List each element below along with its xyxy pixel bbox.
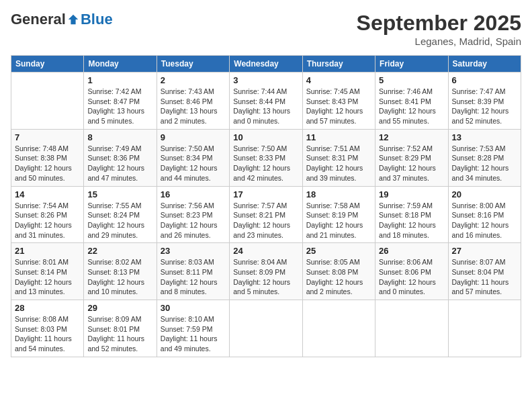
logo-blue: Blue — [81, 11, 113, 28]
day-number: 29 — [87, 303, 152, 313]
calendar-cell: 27Sunrise: 8:07 AMSunset: 8:04 PMDayligh… — [448, 243, 521, 300]
calendar-cell: 4Sunrise: 7:45 AMSunset: 8:43 PMDaylight… — [302, 73, 375, 130]
day-number: 22 — [87, 246, 152, 256]
logo-general: General — [11, 11, 66, 28]
day-info: Sunrise: 8:02 AMSunset: 8:13 PMDaylight:… — [87, 257, 152, 297]
day-info: Sunrise: 8:05 AMSunset: 8:08 PMDaylight:… — [306, 257, 371, 297]
day-info: Sunrise: 7:55 AMSunset: 8:24 PMDaylight:… — [87, 201, 152, 240]
calendar-cell — [448, 300, 521, 357]
calendar-cell: 8Sunrise: 7:49 AMSunset: 8:36 PMDaylight… — [84, 129, 157, 186]
logo: General Blue — [11, 11, 113, 28]
calendar-cell: 23Sunrise: 8:03 AMSunset: 8:11 PMDayligh… — [157, 243, 229, 300]
month-title: September 2025 — [357, 11, 521, 36]
day-info: Sunrise: 7:50 AMSunset: 8:33 PMDaylight:… — [233, 144, 298, 183]
day-info: Sunrise: 7:47 AMSunset: 8:39 PMDaylight:… — [452, 87, 517, 126]
calendar-week-2: 7Sunrise: 7:48 AMSunset: 8:38 PMDaylight… — [11, 129, 521, 186]
day-number: 8 — [87, 132, 152, 142]
day-number: 27 — [452, 246, 517, 256]
day-info: Sunrise: 7:58 AMSunset: 8:19 PMDaylight:… — [306, 201, 371, 240]
day-number: 12 — [379, 132, 444, 142]
calendar-table: SundayMondayTuesdayWednesdayThursdayFrid… — [11, 55, 521, 357]
day-number: 30 — [161, 303, 226, 313]
day-info: Sunrise: 7:48 AMSunset: 8:38 PMDaylight:… — [15, 144, 80, 183]
calendar-cell — [230, 300, 302, 357]
calendar-cell: 19Sunrise: 7:59 AMSunset: 8:18 PMDayligh… — [375, 186, 448, 243]
day-number: 21 — [15, 246, 80, 256]
day-info: Sunrise: 7:49 AMSunset: 8:36 PMDaylight:… — [87, 144, 152, 183]
calendar-cell: 12Sunrise: 7:52 AMSunset: 8:29 PMDayligh… — [375, 129, 448, 186]
day-info: Sunrise: 7:42 AMSunset: 8:47 PMDaylight:… — [87, 87, 152, 126]
day-info: Sunrise: 8:00 AMSunset: 8:16 PMDaylight:… — [452, 201, 517, 240]
page-header: General Blue September 2025 Leganes, Mad… — [11, 11, 521, 47]
calendar-cell — [11, 73, 84, 130]
day-info: Sunrise: 7:45 AMSunset: 8:43 PMDaylight:… — [306, 87, 371, 126]
day-number: 13 — [452, 132, 517, 142]
day-number: 1 — [87, 75, 152, 85]
day-number: 17 — [233, 189, 298, 199]
calendar-week-3: 14Sunrise: 7:54 AMSunset: 8:26 PMDayligh… — [11, 186, 521, 243]
day-number: 15 — [87, 189, 152, 199]
calendar-cell: 14Sunrise: 7:54 AMSunset: 8:26 PMDayligh… — [11, 186, 84, 243]
day-number: 14 — [15, 189, 80, 199]
header-sunday: Sunday — [11, 56, 84, 73]
day-info: Sunrise: 8:10 AMSunset: 7:59 PMDaylight:… — [161, 314, 226, 354]
calendar-cell: 21Sunrise: 8:01 AMSunset: 8:14 PMDayligh… — [11, 243, 84, 300]
calendar-cell: 9Sunrise: 7:50 AMSunset: 8:34 PMDaylight… — [157, 129, 229, 186]
calendar-cell: 28Sunrise: 8:08 AMSunset: 8:03 PMDayligh… — [11, 300, 84, 357]
day-info: Sunrise: 8:01 AMSunset: 8:14 PMDaylight:… — [15, 257, 80, 297]
header-saturday: Saturday — [448, 56, 521, 73]
day-number: 16 — [161, 189, 226, 199]
day-number: 25 — [306, 246, 371, 256]
day-info: Sunrise: 7:53 AMSunset: 8:28 PMDaylight:… — [452, 144, 517, 183]
day-number: 28 — [15, 303, 80, 313]
header-monday: Monday — [84, 56, 157, 73]
calendar-cell: 5Sunrise: 7:46 AMSunset: 8:41 PMDaylight… — [375, 73, 448, 130]
calendar-week-5: 28Sunrise: 8:08 AMSunset: 8:03 PMDayligh… — [11, 300, 521, 357]
day-info: Sunrise: 7:43 AMSunset: 8:46 PMDaylight:… — [161, 87, 226, 126]
day-info: Sunrise: 7:46 AMSunset: 8:41 PMDaylight:… — [379, 87, 444, 126]
calendar-cell — [302, 300, 375, 357]
day-info: Sunrise: 7:52 AMSunset: 8:29 PMDaylight:… — [379, 144, 444, 183]
day-number: 3 — [233, 75, 298, 85]
day-info: Sunrise: 8:04 AMSunset: 8:09 PMDaylight:… — [233, 257, 298, 297]
day-info: Sunrise: 7:44 AMSunset: 8:44 PMDaylight:… — [233, 87, 298, 126]
svg-marker-0 — [69, 15, 78, 24]
calendar-cell: 17Sunrise: 7:57 AMSunset: 8:21 PMDayligh… — [230, 186, 302, 243]
day-number: 24 — [233, 246, 298, 256]
day-info: Sunrise: 8:03 AMSunset: 8:11 PMDaylight:… — [161, 257, 226, 297]
title-block: September 2025 Leganes, Madrid, Spain — [357, 11, 521, 47]
calendar-cell: 26Sunrise: 8:06 AMSunset: 8:06 PMDayligh… — [375, 243, 448, 300]
header-friday: Friday — [375, 56, 448, 73]
header-wednesday: Wednesday — [230, 56, 302, 73]
logo-icon — [67, 13, 79, 26]
day-number: 11 — [306, 132, 371, 142]
day-number: 6 — [452, 75, 517, 85]
calendar-cell: 29Sunrise: 8:09 AMSunset: 8:01 PMDayligh… — [84, 300, 157, 357]
calendar-cell: 24Sunrise: 8:04 AMSunset: 8:09 PMDayligh… — [230, 243, 302, 300]
location-subtitle: Leganes, Madrid, Spain — [357, 36, 521, 47]
calendar-cell: 13Sunrise: 7:53 AMSunset: 8:28 PMDayligh… — [448, 129, 521, 186]
day-info: Sunrise: 8:08 AMSunset: 8:03 PMDaylight:… — [15, 314, 80, 354]
day-info: Sunrise: 7:51 AMSunset: 8:31 PMDaylight:… — [306, 144, 371, 183]
calendar-cell: 16Sunrise: 7:56 AMSunset: 8:23 PMDayligh… — [157, 186, 229, 243]
day-number: 10 — [233, 132, 298, 142]
calendar-cell: 15Sunrise: 7:55 AMSunset: 8:24 PMDayligh… — [84, 186, 157, 243]
header-thursday: Thursday — [302, 56, 375, 73]
calendar-week-1: 1Sunrise: 7:42 AMSunset: 8:47 PMDaylight… — [11, 73, 521, 130]
day-info: Sunrise: 8:06 AMSunset: 8:06 PMDaylight:… — [379, 257, 444, 297]
calendar-cell: 3Sunrise: 7:44 AMSunset: 8:44 PMDaylight… — [230, 73, 302, 130]
calendar-header-row: SundayMondayTuesdayWednesdayThursdayFrid… — [11, 56, 521, 73]
day-number: 20 — [452, 189, 517, 199]
day-number: 4 — [306, 75, 371, 85]
calendar-cell: 6Sunrise: 7:47 AMSunset: 8:39 PMDaylight… — [448, 73, 521, 130]
calendar-week-4: 21Sunrise: 8:01 AMSunset: 8:14 PMDayligh… — [11, 243, 521, 300]
day-number: 5 — [379, 75, 444, 85]
day-info: Sunrise: 7:59 AMSunset: 8:18 PMDaylight:… — [379, 201, 444, 240]
header-tuesday: Tuesday — [157, 56, 229, 73]
day-number: 2 — [161, 75, 226, 85]
day-info: Sunrise: 7:56 AMSunset: 8:23 PMDaylight:… — [161, 201, 226, 240]
calendar-cell: 1Sunrise: 7:42 AMSunset: 8:47 PMDaylight… — [84, 73, 157, 130]
day-number: 23 — [161, 246, 226, 256]
day-number: 9 — [161, 132, 226, 142]
day-info: Sunrise: 7:57 AMSunset: 8:21 PMDaylight:… — [233, 201, 298, 240]
